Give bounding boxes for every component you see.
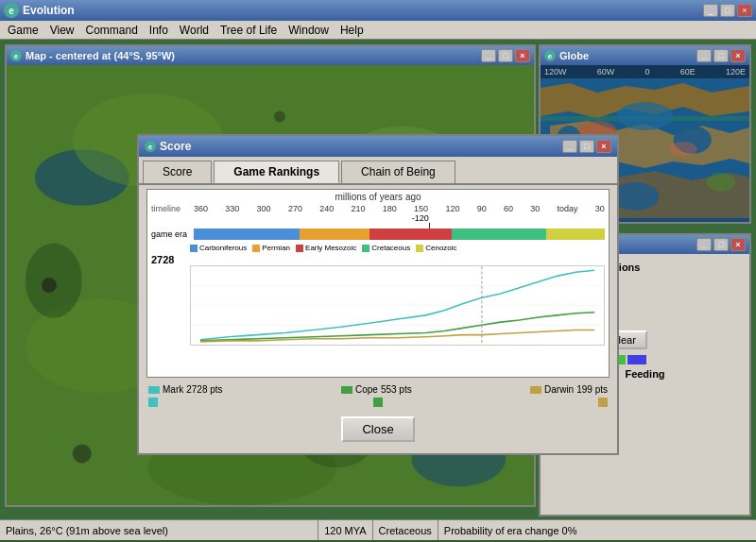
- cen-color: [416, 245, 423, 252]
- graph-svg: [191, 266, 604, 345]
- darwin-score: 199 pts: [576, 384, 608, 395]
- command-minimize-btn[interactable]: _: [696, 238, 712, 251]
- score-close-btn[interactable]: ×: [596, 140, 611, 153]
- map-close-btn[interactable]: ×: [515, 49, 530, 62]
- menu-game[interactable]: Game: [2, 22, 44, 39]
- era-legend-perm: Permian: [252, 244, 290, 252]
- t-150: 150: [414, 204, 428, 213]
- cope-color: [341, 386, 352, 394]
- legend-darwin: Darwin 199 pts: [530, 384, 608, 395]
- map-title-bar: e Map - centered at (44°S, 95°W) _ □ ×: [7, 46, 534, 65]
- sq-darwin: [598, 398, 608, 407]
- perm-color: [252, 245, 260, 252]
- meso-label: Early Mesozoic: [305, 244, 356, 252]
- t-60: 60: [504, 204, 513, 213]
- svg-point-16: [274, 111, 285, 123]
- current-score: 2728: [151, 254, 609, 265]
- mark-color: [148, 386, 160, 394]
- menu-window[interactable]: Window: [283, 22, 335, 39]
- map-minimize-btn[interactable]: _: [481, 49, 496, 62]
- lon-60e: 60E: [680, 67, 696, 76]
- command-close-btn[interactable]: ×: [730, 238, 746, 251]
- t-210: 210: [351, 204, 365, 213]
- svg-point-14: [42, 278, 57, 293]
- score-close-button[interactable]: Close: [341, 416, 414, 442]
- globe-title-bar: e Globe _ □ ×: [541, 46, 749, 65]
- score-maximize-btn[interactable]: □: [579, 140, 594, 153]
- score-icon: e: [145, 141, 156, 152]
- era-legend-cen: Cenozoic: [416, 244, 456, 252]
- cope-name: Cope: [355, 384, 378, 395]
- t-240: 240: [319, 204, 334, 213]
- era-early-mesozoic: [369, 229, 452, 240]
- command-maximize-btn[interactable]: □: [713, 238, 729, 251]
- marker-value: -120: [412, 213, 429, 223]
- command-window-buttons: _ □ ×: [696, 238, 746, 251]
- tab-chain-of-being[interactable]: Chain of Being: [341, 161, 455, 183]
- title-bar: e Evolution _ □ ×: [0, 0, 756, 21]
- era-bar-container: [194, 229, 605, 240]
- globe-minimize-btn[interactable]: _: [696, 49, 712, 62]
- map-maximize-btn[interactable]: □: [498, 49, 513, 62]
- menu-help[interactable]: Help: [335, 22, 369, 39]
- close-button[interactable]: ×: [737, 4, 752, 17]
- globe-title: Globe: [559, 50, 589, 61]
- menu-tree-of-life[interactable]: Tree of Life: [215, 22, 283, 39]
- title-bar-buttons: _ □ ×: [703, 4, 752, 17]
- legend-mark: Mark 2728 pts: [148, 384, 223, 395]
- era-label: game era: [151, 229, 194, 239]
- globe-maximize-btn[interactable]: □: [713, 49, 729, 62]
- mark-name: Mark: [163, 384, 183, 395]
- app-icon: e: [4, 3, 19, 18]
- sq-mark: [148, 398, 158, 407]
- marker-area: -120: [190, 213, 609, 227]
- cret-label: Cretaceous: [371, 244, 410, 252]
- darwin-color: [530, 386, 541, 394]
- era-row: game era: [147, 227, 609, 242]
- cope-score: 553 pts: [381, 384, 412, 395]
- globe-close-btn[interactable]: ×: [730, 49, 746, 62]
- lon-0: 0: [644, 67, 649, 76]
- darwin-name: Darwin: [544, 384, 574, 395]
- chart-area: millions of years ago timeline 360 330 3…: [146, 189, 610, 378]
- minimize-button[interactable]: _: [703, 4, 718, 17]
- svg-point-30: [707, 173, 735, 192]
- t-30: 30: [530, 204, 540, 213]
- t-360: 360: [194, 204, 208, 213]
- graph-container: [190, 265, 605, 346]
- svg-point-28: [616, 102, 673, 130]
- tab-game-rankings[interactable]: Game Rankings: [214, 161, 339, 183]
- map-icon: e: [10, 50, 22, 61]
- era-legend-meso: Early Mesozoic: [296, 244, 356, 252]
- menu-bar: Game View Command Info World Tree of Lif…: [0, 21, 756, 40]
- sq-darwin-box: [598, 398, 608, 407]
- menu-info[interactable]: Info: [144, 22, 174, 39]
- status-terrain: Plains, 26°C (91m above sea level): [0, 520, 318, 540]
- score-title: Score: [160, 140, 191, 153]
- score-minimize-btn[interactable]: _: [562, 140, 577, 153]
- status-probability: Probability of era change 0%: [438, 520, 756, 540]
- timeline-numbers: 360 330 300 270 240 210 180 150 120 90 6…: [194, 204, 605, 213]
- era-legend: Carboniferous Permian Early Mesozoic Cre…: [190, 244, 609, 252]
- era-cenozoic: [546, 229, 605, 240]
- app-title: Evolution: [23, 4, 703, 17]
- timeline-row: timeline 360 330 300 270 240 210 180 150…: [147, 204, 609, 213]
- maximize-button[interactable]: □: [720, 4, 735, 17]
- carb-color: [190, 245, 198, 252]
- menu-command[interactable]: Command: [79, 22, 143, 39]
- status-era: Cretaceous: [373, 520, 438, 540]
- status-bar: Plains, 26°C (91m above sea level) 120 M…: [0, 519, 756, 540]
- sq-mark-box: [148, 398, 158, 407]
- legend-row-1: Mark 2728 pts Cope 553 pts Darwin 199 pt…: [139, 381, 617, 398]
- era-permian: [300, 229, 370, 240]
- bar-blue: [627, 355, 646, 364]
- menu-world[interactable]: World: [174, 22, 215, 39]
- menu-view[interactable]: View: [44, 22, 80, 39]
- close-button-area: Close: [139, 411, 617, 448]
- lon-60w: 60W: [597, 67, 615, 76]
- map-title: Map - centered at (44°S, 95°W): [26, 50, 175, 61]
- t-180: 180: [383, 204, 397, 213]
- svg-point-27: [669, 142, 697, 157]
- status-mya: 120 MYA: [318, 520, 372, 540]
- tab-score[interactable]: Score: [143, 161, 212, 183]
